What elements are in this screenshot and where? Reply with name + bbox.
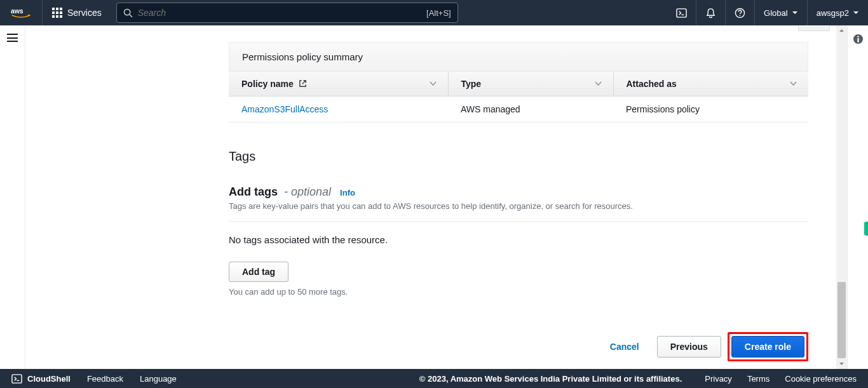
feedback-link[interactable]: Feedback [87, 374, 123, 384]
scrollbar[interactable] [836, 25, 847, 369]
svg-line-10 [302, 81, 306, 84]
cloudshell-icon [11, 373, 22, 384]
sort-icon [430, 79, 437, 89]
create-role-button[interactable]: Create role [731, 336, 804, 358]
col-policy-label: Policy name [241, 79, 294, 89]
svg-point-8 [857, 36, 858, 37]
sort-icon [595, 79, 602, 89]
search-box[interactable]: [Alt+S] [116, 3, 458, 23]
cloudshell-icon-button[interactable] [667, 0, 696, 25]
grid-icon [52, 8, 62, 18]
help-button[interactable] [725, 0, 754, 25]
sort-icon [790, 79, 797, 89]
aws-logo[interactable]: aws [0, 0, 43, 25]
main-area: Permissions policy summary Policy name T… [25, 25, 847, 369]
services-label: Services [67, 8, 102, 18]
info-icon[interactable] [853, 34, 864, 44]
services-button[interactable]: Services [43, 0, 111, 25]
notifications-button[interactable] [696, 0, 725, 25]
svg-rect-9 [857, 38, 858, 43]
create-highlight: Create role [728, 332, 808, 361]
cloudshell-label: CloudShell [27, 374, 71, 384]
region-label: Global [764, 8, 788, 18]
col-type[interactable]: Type [448, 72, 613, 97]
info-link[interactable]: Info [340, 188, 355, 197]
svg-point-6 [740, 15, 741, 16]
permissions-summary-header: Permissions policy summary [229, 42, 808, 72]
cancel-button[interactable]: Cancel [599, 337, 651, 357]
footer: CloudShell Feedback Language © 2023, Ama… [0, 369, 868, 388]
svg-point-1 [124, 9, 130, 15]
side-rail [0, 25, 25, 369]
caret-down-icon [792, 10, 798, 16]
tag-limit-text: You can add up to 50 more tags. [229, 287, 808, 297]
permissions-table: Policy name Type Attached as [229, 72, 808, 123]
no-tags-text: No tags associated with the resource. [229, 234, 808, 245]
policy-type: AWS managed [448, 97, 613, 123]
svg-text:aws: aws [11, 8, 24, 15]
scroll-thumb[interactable] [837, 282, 846, 358]
info-rail [847, 25, 868, 369]
privacy-link[interactable]: Privacy [705, 374, 732, 384]
caret-down-icon [853, 10, 859, 16]
region-selector[interactable]: Global [754, 0, 807, 25]
optional-label: - optional [284, 185, 331, 199]
cloudshell-link[interactable]: CloudShell [11, 373, 71, 384]
account-selector[interactable]: awsgsp2 [807, 0, 868, 25]
account-label: awsgsp2 [817, 8, 849, 18]
wizard-buttons: Cancel Previous Create role [229, 332, 808, 361]
search-icon [123, 8, 133, 18]
scroll-down-icon[interactable] [836, 358, 847, 369]
tags-section-title: Tags [229, 149, 808, 164]
add-tags-heading: Add tags - optional Info [229, 185, 808, 199]
top-nav: aws Services [Alt+S] Global awsgsp2 [0, 0, 868, 25]
col-type-label: Type [461, 79, 482, 89]
help-icon [735, 8, 745, 18]
language-link[interactable]: Language [140, 374, 177, 384]
cookies-link[interactable]: Cookie preferences [785, 374, 857, 384]
add-tag-button[interactable]: Add tag [229, 262, 288, 282]
nav-right: Global awsgsp2 [667, 0, 868, 25]
search-shortcut: [Alt+S] [426, 8, 451, 18]
bell-icon [705, 8, 716, 18]
scroll-up-icon[interactable] [836, 25, 847, 36]
col-policy-name[interactable]: Policy name [229, 72, 448, 97]
terms-link[interactable]: Terms [747, 374, 770, 384]
policy-link[interactable]: AmazonS3FullAccess [241, 104, 328, 114]
hamburger-icon[interactable] [7, 34, 18, 42]
col-attached-as[interactable]: Attached as [613, 72, 808, 97]
col-attached-label: Attached as [627, 79, 677, 89]
previous-button[interactable]: Previous [657, 336, 721, 358]
feedback-tab[interactable] [864, 222, 868, 236]
svg-line-2 [130, 14, 132, 17]
add-tags-label: Add tags [229, 185, 278, 199]
external-link-icon [299, 79, 307, 88]
table-row: AmazonS3FullAccess AWS managed Permissio… [229, 97, 808, 123]
tags-description: Tags are key-value pairs that you can ad… [229, 201, 808, 222]
search-input[interactable] [138, 8, 426, 18]
copyright: © 2023, Amazon Web Services India Privat… [193, 374, 682, 384]
policy-attached: Permissions policy [613, 97, 808, 123]
